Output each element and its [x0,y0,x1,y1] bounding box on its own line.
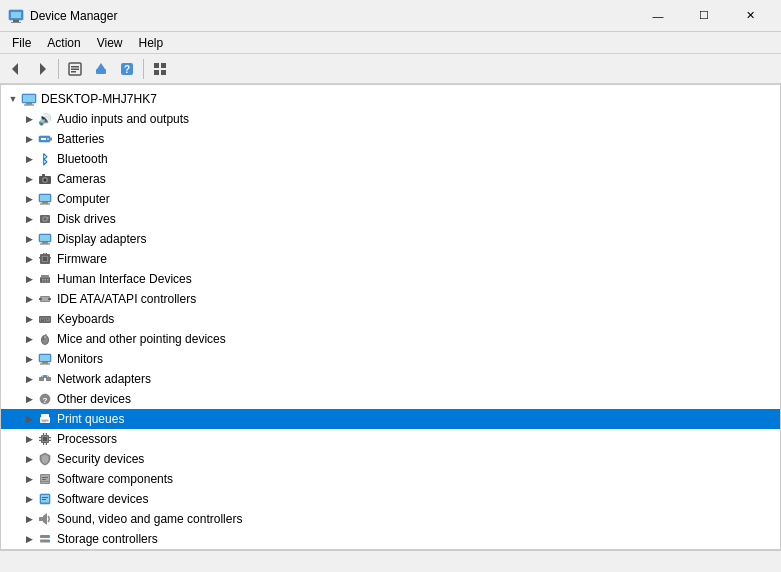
device-tree-panel[interactable]: DESKTOP-MHJ7HK7 Audio inputs and outputs… [0,84,781,550]
svg-rect-97 [39,440,41,441]
tree-item-mice[interactable]: Mice and other pointing devices [1,329,780,349]
svg-rect-15 [161,63,166,68]
cameras-toggle[interactable] [21,171,37,187]
audio-toggle[interactable] [21,111,37,127]
tree-item-storage[interactable]: Storage controllers [1,529,780,549]
tree-item-batteries[interactable]: Batteries [1,129,780,149]
svg-rect-3 [11,22,21,23]
svg-rect-103 [46,443,47,445]
software-dev-toggle[interactable] [21,491,37,507]
software-comp-toggle[interactable] [21,471,37,487]
menu-view[interactable]: View [89,34,131,52]
properties-button[interactable] [63,57,87,81]
back-button[interactable] [4,57,28,81]
bluetooth-toggle[interactable] [21,151,37,167]
title-bar: Device Manager — ☐ ✕ [0,0,781,32]
cameras-label: Cameras [57,172,106,186]
svg-rect-113 [42,499,46,500]
tree-item-bluetooth[interactable]: ᛒ Bluetooth [1,149,780,169]
audio-label: Audio inputs and outputs [57,112,189,126]
svg-rect-25 [47,138,49,140]
tree-item-print[interactable]: Print queues [1,409,780,429]
root-toggle[interactable] [5,91,21,107]
other-toggle[interactable] [21,391,37,407]
security-label: Security devices [57,452,144,466]
bluetooth-label: Bluetooth [57,152,108,166]
hid-label: Human Interface Devices [57,272,192,286]
close-button[interactable]: ✕ [727,0,773,32]
menu-help[interactable]: Help [131,34,172,52]
processors-toggle[interactable] [21,431,37,447]
hid-toggle[interactable] [21,271,37,287]
svg-rect-16 [154,70,159,75]
security-toggle[interactable] [21,451,37,467]
svg-marker-115 [43,513,47,525]
menu-file[interactable]: File [4,34,39,52]
svg-point-36 [44,218,46,220]
svg-rect-114 [39,517,43,521]
svg-rect-75 [40,355,50,361]
tree-item-security[interactable]: Security devices [1,449,780,469]
storage-toggle[interactable] [21,531,37,547]
disk-toggle[interactable] [21,211,37,227]
tree-item-processors[interactable]: Processors [1,429,780,449]
tree-root[interactable]: DESKTOP-MHJ7HK7 [1,89,780,109]
mice-toggle[interactable] [21,331,37,347]
firmware-toggle[interactable] [21,251,37,267]
svg-rect-64 [43,319,44,320]
svg-rect-96 [39,437,41,438]
tree-item-display[interactable]: Display adapters [1,229,780,249]
keyboards-toggle[interactable] [21,311,37,327]
network-toggle[interactable] [21,371,37,387]
tree-item-ide[interactable]: IDE ATA/ATAPI controllers [1,289,780,309]
cameras-icon [37,171,53,187]
svg-rect-65 [45,319,46,320]
tree-item-firmware[interactable]: Firmware [1,249,780,269]
svg-rect-58 [41,297,49,301]
print-toggle[interactable] [21,411,37,427]
tree-item-other[interactable]: ? Other devices [1,389,780,409]
keyboards-icon [37,311,53,327]
disk-icon [37,211,53,227]
tree-item-cameras[interactable]: Cameras [1,169,780,189]
tree-item-network[interactable]: Network adapters [1,369,780,389]
print-label: Print queues [57,412,124,426]
tree-item-disk[interactable]: Disk drives [1,209,780,229]
tree-item-monitors[interactable]: Monitors [1,349,780,369]
svg-rect-56 [47,282,49,283]
svg-rect-21 [24,105,34,106]
forward-button[interactable] [30,57,54,81]
software-comp-label: Software components [57,472,173,486]
tree-item-sound[interactable]: Sound, video and game controllers [1,509,780,529]
tree-item-keyboards[interactable]: Keyboards [1,309,780,329]
display-label: Display adapters [57,232,146,246]
svg-rect-33 [40,204,50,205]
audio-icon [37,111,53,127]
batteries-icon [37,131,53,147]
svg-rect-40 [42,242,48,244]
batteries-toggle[interactable] [21,131,37,147]
tree-item-software-dev[interactable]: Software devices [1,489,780,509]
sound-toggle[interactable] [21,511,37,527]
firmware-icon [37,251,53,267]
tree-item-hid[interactable]: Human Interface Devices [1,269,780,289]
svg-rect-7 [71,66,79,68]
tree-item-audio[interactable]: Audio inputs and outputs [1,109,780,129]
security-icon [37,451,53,467]
svg-rect-101 [46,433,47,435]
help-button[interactable]: ? [115,57,139,81]
svg-rect-39 [40,235,50,241]
toolbar-separator-2 [143,59,144,79]
monitors-toggle[interactable] [21,351,37,367]
svg-rect-98 [49,437,51,438]
ide-toggle[interactable] [21,291,37,307]
tree-item-computer[interactable]: Computer [1,189,780,209]
minimize-button[interactable]: — [635,0,681,32]
maximize-button[interactable]: ☐ [681,0,727,32]
menu-action[interactable]: Action [39,34,88,52]
display-toggle[interactable] [21,231,37,247]
tree-item-software-comp[interactable]: Software components [1,469,780,489]
devices-by-type-button[interactable] [148,57,172,81]
computer-toggle[interactable] [21,191,37,207]
update-driver-button[interactable] [89,57,113,81]
